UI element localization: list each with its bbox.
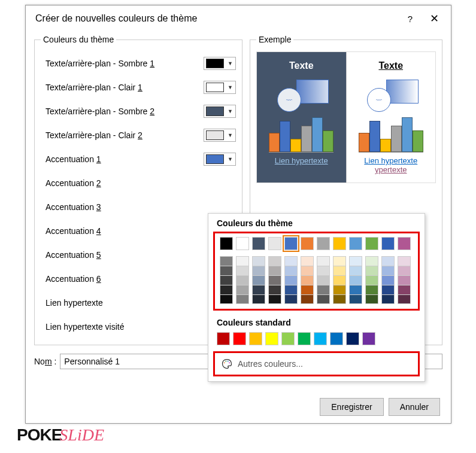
theme-shade-swatch[interactable] bbox=[252, 256, 265, 266]
standard-color-swatch[interactable] bbox=[314, 332, 327, 345]
theme-shade-swatch[interactable] bbox=[236, 266, 249, 275]
theme-shade-swatch[interactable] bbox=[220, 275, 233, 285]
theme-shade-swatch[interactable] bbox=[301, 294, 314, 304]
theme-shade-swatch[interactable] bbox=[268, 256, 281, 266]
theme-shade-swatch[interactable] bbox=[268, 294, 281, 304]
theme-shade-swatch[interactable] bbox=[317, 256, 330, 266]
theme-shade-swatch[interactable] bbox=[268, 266, 281, 275]
color-swatch-button[interactable]: ▼ bbox=[204, 129, 236, 142]
theme-shade-swatch[interactable] bbox=[236, 275, 249, 285]
theme-shade-swatch[interactable] bbox=[349, 294, 362, 304]
theme-shade-swatch[interactable] bbox=[381, 256, 395, 266]
color-swatch-button[interactable]: ▼ bbox=[204, 57, 236, 70]
theme-color-swatch[interactable] bbox=[284, 237, 298, 250]
theme-shade-swatch[interactable] bbox=[220, 285, 233, 294]
theme-shade-swatch[interactable] bbox=[284, 256, 298, 266]
more-colors-button[interactable]: Autres couleurs... bbox=[213, 351, 420, 376]
theme-shade-swatch[interactable] bbox=[381, 266, 395, 275]
theme-shade-swatch[interactable] bbox=[236, 294, 249, 304]
theme-shade-swatch[interactable] bbox=[284, 294, 298, 304]
theme-shade-swatch[interactable] bbox=[365, 275, 378, 285]
cancel-button[interactable]: Annuler bbox=[389, 398, 440, 416]
theme-color-swatch[interactable] bbox=[252, 237, 265, 250]
theme-shade-swatch[interactable] bbox=[317, 294, 330, 304]
save-button[interactable]: Enregistrer bbox=[320, 398, 383, 416]
theme-shade-swatch[interactable] bbox=[365, 294, 378, 304]
standard-color-swatch[interactable] bbox=[346, 332, 359, 345]
theme-shade-swatch[interactable] bbox=[349, 256, 362, 266]
standard-colors-row bbox=[208, 331, 425, 350]
standard-color-swatch[interactable] bbox=[298, 332, 311, 345]
standard-color-swatch[interactable] bbox=[281, 332, 295, 345]
theme-color-swatch[interactable] bbox=[220, 237, 233, 250]
theme-shade-swatch[interactable] bbox=[317, 266, 330, 275]
theme-color-swatch[interactable] bbox=[333, 237, 346, 250]
theme-shade-swatch[interactable] bbox=[333, 266, 346, 275]
theme-shade-swatch[interactable] bbox=[333, 285, 346, 294]
theme-shade-swatch[interactable] bbox=[349, 266, 362, 275]
theme-shade-swatch[interactable] bbox=[284, 266, 298, 275]
theme-shade-swatch[interactable] bbox=[398, 294, 411, 304]
color-swatch-button[interactable]: ▼ bbox=[204, 105, 236, 118]
theme-shade-swatch[interactable] bbox=[220, 266, 233, 275]
close-button[interactable]: ✕ bbox=[422, 12, 446, 25]
theme-shade-swatch[interactable] bbox=[252, 294, 265, 304]
theme-shade-swatch[interactable] bbox=[398, 285, 411, 294]
theme-color-swatch[interactable] bbox=[381, 237, 395, 250]
preview-bar bbox=[391, 126, 402, 152]
theme-color-swatch[interactable] bbox=[236, 237, 249, 250]
theme-shade-swatch[interactable] bbox=[398, 266, 411, 275]
theme-shade-swatch[interactable] bbox=[301, 266, 314, 275]
theme-color-swatch[interactable] bbox=[365, 237, 378, 250]
color-swatch-button[interactable]: ▼ bbox=[204, 153, 236, 166]
theme-shade-swatch[interactable] bbox=[284, 275, 298, 285]
standard-color-swatch[interactable] bbox=[217, 332, 230, 345]
color-swatch bbox=[206, 130, 224, 140]
theme-shade-swatch[interactable] bbox=[252, 285, 265, 294]
standard-color-swatch[interactable] bbox=[233, 332, 246, 345]
theme-shade-swatch[interactable] bbox=[268, 285, 281, 294]
preview-bar bbox=[280, 121, 290, 152]
theme-shade-swatch[interactable] bbox=[365, 285, 378, 294]
theme-shade-swatch[interactable] bbox=[317, 275, 330, 285]
theme-shade-swatch[interactable] bbox=[381, 285, 395, 294]
theme-shade-swatch[interactable] bbox=[236, 256, 249, 266]
theme-shade-swatch[interactable] bbox=[236, 285, 249, 294]
theme-shade-swatch[interactable] bbox=[398, 256, 411, 266]
theme-shade-swatch[interactable] bbox=[349, 275, 362, 285]
theme-shade-swatch[interactable] bbox=[301, 275, 314, 285]
help-button[interactable]: ? bbox=[398, 14, 422, 24]
preview-barchart-light bbox=[359, 115, 423, 153]
theme-shade-swatch[interactable] bbox=[220, 256, 233, 266]
standard-color-swatch[interactable] bbox=[265, 332, 278, 345]
theme-shade-swatch[interactable] bbox=[333, 294, 346, 304]
color-item-label: Accentuation 6 bbox=[41, 274, 236, 284]
theme-shade-swatch[interactable] bbox=[365, 266, 378, 275]
theme-shade-swatch[interactable] bbox=[333, 256, 346, 266]
theme-shade-swatch[interactable] bbox=[284, 285, 298, 294]
theme-shade-swatch[interactable] bbox=[301, 285, 314, 294]
theme-color-swatch[interactable] bbox=[268, 237, 281, 250]
theme-shade-swatch[interactable] bbox=[365, 256, 378, 266]
theme-shade-swatch[interactable] bbox=[317, 285, 330, 294]
theme-color-swatch[interactable] bbox=[317, 237, 330, 250]
standard-color-swatch[interactable] bbox=[330, 332, 343, 345]
color-swatch-button[interactable]: ▼ bbox=[204, 81, 236, 94]
theme-shade-swatch[interactable] bbox=[381, 294, 395, 304]
theme-color-swatch[interactable] bbox=[301, 237, 314, 250]
svg-point-2 bbox=[228, 361, 229, 362]
theme-shade-swatch[interactable] bbox=[252, 275, 265, 285]
theme-shade-swatch[interactable] bbox=[349, 285, 362, 294]
standard-color-swatch[interactable] bbox=[362, 332, 375, 345]
theme-shade-swatch[interactable] bbox=[398, 275, 411, 285]
theme-color-swatch[interactable] bbox=[349, 237, 362, 250]
theme-shade-swatch[interactable] bbox=[333, 275, 346, 285]
theme-shade-swatch[interactable] bbox=[252, 266, 265, 275]
color-item: Accentuation 2 bbox=[41, 171, 236, 195]
theme-shade-swatch[interactable] bbox=[268, 275, 281, 285]
theme-color-swatch[interactable] bbox=[398, 237, 411, 250]
standard-color-swatch[interactable] bbox=[249, 332, 262, 345]
theme-shade-swatch[interactable] bbox=[301, 256, 314, 266]
theme-shade-swatch[interactable] bbox=[220, 294, 233, 304]
theme-shade-swatch[interactable] bbox=[381, 275, 395, 285]
